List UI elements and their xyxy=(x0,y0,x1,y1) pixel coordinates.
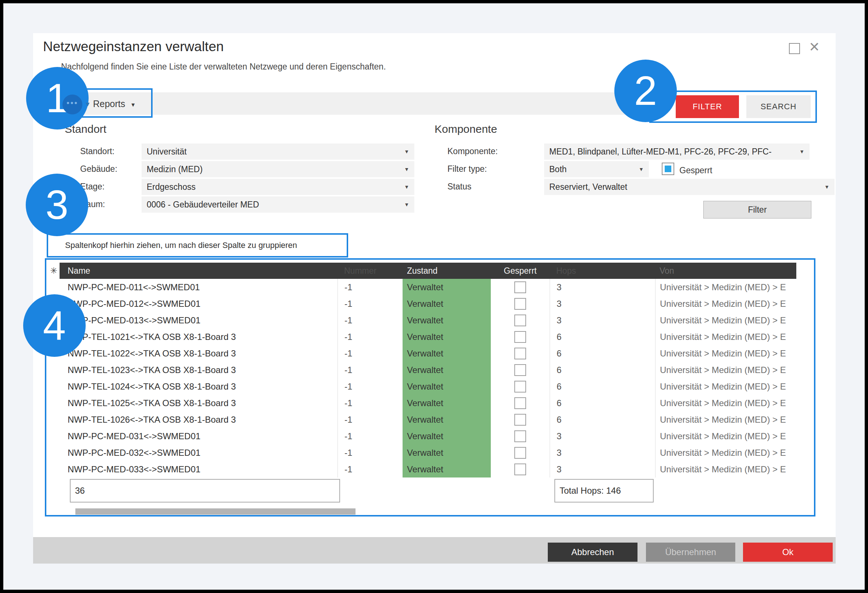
total-hops-summary: Total Hops: 146 xyxy=(554,479,654,503)
apply-filter-button[interactable]: Filter xyxy=(703,201,811,219)
grid-body: NWP-PC-MED-011<->SWMED01 -1 Verwaltet 3 … xyxy=(59,279,796,478)
cell-nummer: -1 xyxy=(338,444,403,461)
cell-nummer: -1 xyxy=(338,345,403,362)
gebaeude-select[interactable]: Medizin (MED) ▼ xyxy=(142,161,414,177)
table-row[interactable]: NWP-PC-MED-011<->SWMED01 -1 Verwaltet 3 … xyxy=(59,279,796,296)
grid-corner-asterisk-icon: ✳ xyxy=(50,266,58,276)
cell-name: NWP-PC-MED-013<->SWMED01 xyxy=(59,312,338,328)
horizontal-scrollbar[interactable] xyxy=(75,509,356,515)
table-row[interactable]: NWP-TEL-1023<->TKA OSB X8-1-Board 3 -1 V… xyxy=(59,362,796,378)
table-row[interactable]: NWP-TEL-1024<->TKA OSB X8-1-Board 3 -1 V… xyxy=(59,378,796,395)
cell-nummer: -1 xyxy=(338,328,403,345)
cell-gesperrt xyxy=(491,428,550,444)
annotation-badge-3: 3 xyxy=(26,174,88,236)
etage-value: Erdgeschoss xyxy=(142,182,402,192)
cell-zustand: Verwaltet xyxy=(403,328,491,345)
maximize-button[interactable] xyxy=(789,43,800,54)
cell-von: Universität > Medizin (MED) > E xyxy=(655,444,796,461)
gesperrt-filter-checkbox[interactable] xyxy=(662,163,674,175)
close-button[interactable]: ✕ xyxy=(809,40,820,55)
cell-von: Universität > Medizin (MED) > E xyxy=(655,428,796,444)
filter-tab-button[interactable]: FILTER xyxy=(676,95,739,118)
gesperrt-row-checkbox[interactable] xyxy=(514,348,526,359)
cell-zustand: Verwaltet xyxy=(403,395,491,411)
chevron-down-icon: ▼ xyxy=(822,184,834,190)
column-header-von[interactable]: Von xyxy=(655,263,796,279)
dialog-title: Netzwegeinstanzen verwalten xyxy=(43,39,224,55)
ok-button[interactable]: Ok xyxy=(743,543,833,562)
cell-zustand: Verwaltet xyxy=(403,279,491,296)
filter-type-value: Both xyxy=(544,164,636,174)
cell-nummer: -1 xyxy=(338,312,403,328)
annotation-badge-4: 4 xyxy=(23,294,86,357)
filter-type-select[interactable]: Both ▼ xyxy=(544,161,649,177)
cell-hops: 3 xyxy=(550,444,655,461)
table-row[interactable]: NWP-PC-MED-033<->SWMED01 -1 Verwaltet 3 … xyxy=(59,461,796,478)
table-row[interactable]: NWP-PC-MED-013<->SWMED01 -1 Verwaltet 3 … xyxy=(59,312,796,328)
column-header-nummer[interactable]: Nummer xyxy=(338,263,403,279)
etage-select[interactable]: Erdgeschoss ▼ xyxy=(142,179,414,195)
close-icon: ✕ xyxy=(809,39,820,55)
cell-von: Universität > Medizin (MED) > E xyxy=(655,411,796,428)
cell-von: Universität > Medizin (MED) > E xyxy=(655,378,796,395)
cell-hops: 6 xyxy=(550,395,655,411)
standort-select[interactable]: Universität ▼ xyxy=(142,143,414,160)
table-row[interactable]: NWP-TEL-1026<->TKA OSB X8-1-Board 3 -1 V… xyxy=(59,411,796,428)
dialog-subtitle: Nachfolgend finden Sie eine Liste der ve… xyxy=(61,62,386,72)
reports-menu-button[interactable]: Reports ▼ xyxy=(93,96,136,111)
cell-von: Universität > Medizin (MED) > E xyxy=(655,395,796,411)
komponente-field-label: Komponente: xyxy=(447,146,498,156)
status-field-label: Status xyxy=(447,182,471,192)
gesperrt-row-checkbox[interactable] xyxy=(514,364,526,376)
table-row[interactable]: NWP-TEL-1025<->TKA OSB X8-1-Board 3 -1 V… xyxy=(59,395,796,411)
cell-hops: 3 xyxy=(550,312,655,328)
filter-type-label: Filter type: xyxy=(447,164,487,174)
cell-name: NWP-TEL-1025<->TKA OSB X8-1-Board 3 xyxy=(59,395,338,411)
table-row[interactable]: NWP-PC-MED-012<->SWMED01 -1 Verwaltet 3 … xyxy=(59,296,796,312)
cell-nummer: -1 xyxy=(338,378,403,395)
cell-name: NWP-PC-MED-032<->SWMED01 xyxy=(59,444,338,461)
cell-name: NWP-TEL-1024<->TKA OSB X8-1-Board 3 xyxy=(59,378,338,395)
gesperrt-row-checkbox[interactable] xyxy=(514,397,526,409)
cell-von: Universität > Medizin (MED) > E xyxy=(655,279,796,296)
column-header-name[interactable]: Name xyxy=(59,263,338,279)
table-row[interactable]: NWP-TEL-1022<->TKA OSB X8-1-Board 3 -1 V… xyxy=(59,345,796,362)
cell-gesperrt xyxy=(491,378,550,395)
cell-gesperrt xyxy=(491,395,550,411)
cancel-button[interactable]: Abbrechen xyxy=(548,543,638,562)
column-header-gesperrt[interactable]: Gesperrt xyxy=(491,263,550,279)
gesperrt-row-checkbox[interactable] xyxy=(514,430,526,442)
raum-select[interactable]: 0006 - Gebäudeverteiler MED ▼ xyxy=(142,197,414,213)
gesperrt-row-checkbox[interactable] xyxy=(514,331,526,343)
cell-name: NWP-TEL-1023<->TKA OSB X8-1-Board 3 xyxy=(59,362,338,378)
komponente-select[interactable]: MED1, Blindpanel, Lüfter-MED-M1, PFC-26,… xyxy=(544,143,809,160)
checkbox-fill-icon xyxy=(665,166,671,172)
table-row[interactable]: NWP-TEL-1021<->TKA OSB X8-1-Board 3 -1 V… xyxy=(59,328,796,345)
cell-zustand: Verwaltet xyxy=(403,345,491,362)
cell-zustand: Verwaltet xyxy=(403,444,491,461)
gesperrt-row-checkbox[interactable] xyxy=(514,298,526,310)
gesperrt-row-checkbox[interactable] xyxy=(514,463,526,475)
gebaeude-value: Medizin (MED) xyxy=(142,164,402,174)
overflow-menu-button[interactable]: ••• ▼ xyxy=(62,95,94,114)
gesperrt-row-checkbox[interactable] xyxy=(514,414,526,426)
column-header-hops[interactable]: Hops xyxy=(550,263,655,279)
gesperrt-row-checkbox[interactable] xyxy=(514,315,526,326)
grid-header-row: Name Nummer Zustand Gesperrt Hops Von xyxy=(59,263,796,279)
cell-nummer: -1 xyxy=(338,279,403,296)
apply-button[interactable]: Übernehmen xyxy=(646,543,735,562)
search-tab-button[interactable]: SEARCH xyxy=(746,95,810,118)
cell-zustand: Verwaltet xyxy=(403,312,491,328)
status-select[interactable]: Reserviert, Verwaltet ▼ xyxy=(544,179,834,195)
cell-hops: 3 xyxy=(550,279,655,296)
table-row[interactable]: NWP-PC-MED-031<->SWMED01 -1 Verwaltet 3 … xyxy=(59,428,796,444)
cell-von: Universität > Medizin (MED) > E xyxy=(655,345,796,362)
gesperrt-row-checkbox[interactable] xyxy=(514,381,526,392)
cell-nummer: -1 xyxy=(338,395,403,411)
table-row[interactable]: NWP-PC-MED-032<->SWMED01 -1 Verwaltet 3 … xyxy=(59,444,796,461)
column-header-zustand[interactable]: Zustand xyxy=(403,263,491,279)
cell-zustand: Verwaltet xyxy=(403,378,491,395)
cell-hops: 6 xyxy=(550,378,655,395)
gesperrt-row-checkbox[interactable] xyxy=(514,447,526,459)
gesperrt-row-checkbox[interactable] xyxy=(514,281,526,293)
